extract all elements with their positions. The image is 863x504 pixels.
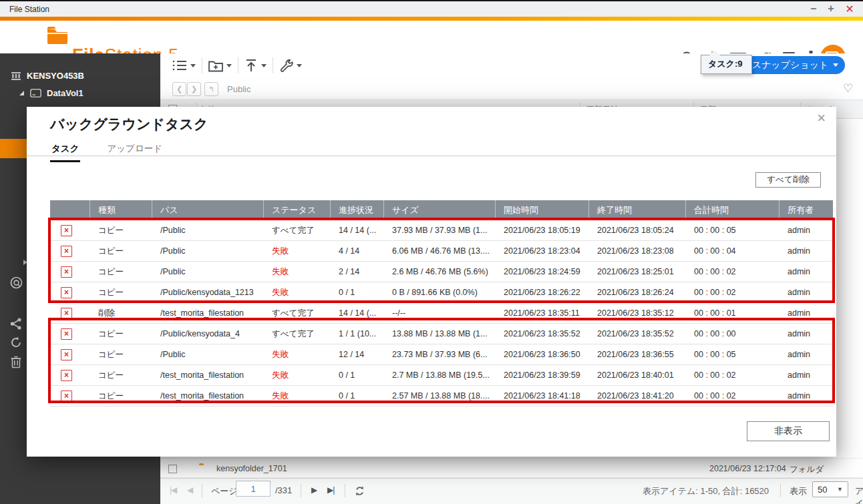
folder-logo-icon (47, 27, 68, 44)
task-size: --/-- (384, 303, 496, 323)
delete-task-button[interactable]: × (61, 349, 72, 360)
task-column-header[interactable]: 終了時間 (589, 200, 686, 220)
upload-button[interactable] (244, 57, 267, 73)
trash-icon[interactable] (10, 355, 22, 368)
task-start-time: 2021/06/23 18:23:04 (496, 241, 589, 261)
file-name[interactable]: kensyofolder_1701 (216, 464, 287, 473)
task-start-time: 2021/06/23 18:41:18 (496, 386, 589, 406)
close-window-button[interactable]: ✕ (842, 3, 858, 15)
task-total-time: 00 : 00 : 05 (686, 344, 780, 364)
first-page-button[interactable]: |◀ (170, 485, 176, 495)
task-type: コピー (90, 282, 152, 302)
task-column-header[interactable]: 合計時間 (686, 200, 780, 220)
task-status: 失敗 (264, 344, 331, 364)
chevron-down-icon (833, 63, 838, 69)
task-end-time: 2021/06/23 18:40:01 (589, 365, 686, 385)
window-titlebar: File Station – + ✕ (0, 0, 863, 17)
page-number-input[interactable] (236, 481, 271, 497)
sidebar-item-nas[interactable]: KENSYO453B (11, 71, 84, 81)
delete-task-button[interactable]: × (61, 391, 72, 402)
page-size-value: 50 (818, 485, 827, 495)
task-total-time: 00 : 00 : 02 (686, 386, 780, 406)
task-type: コピー (90, 220, 152, 240)
task-total-time: 00 : 00 : 04 (686, 241, 780, 261)
nav-forward-button[interactable]: ❯ (187, 82, 201, 96)
delete-all-button[interactable]: すべて削除 (755, 172, 821, 188)
task-row[interactable]: × コピー /Public すべて完了 14 / 14 (... 37.93 M… (50, 220, 833, 241)
minimize-button[interactable]: – (806, 3, 822, 15)
task-status: すべて完了 (264, 220, 331, 240)
maximize-button[interactable]: + (823, 3, 839, 15)
task-type: コピー (90, 365, 152, 385)
tab-tasks[interactable]: タスク (50, 140, 80, 162)
nav-up-button[interactable]: ↰ (204, 82, 218, 96)
task-column-header[interactable]: パス (152, 200, 264, 220)
task-row[interactable]: × コピー /Public/kensyodata_1213 失敗 0 / 1 0… (50, 282, 833, 303)
page-label: ページ (211, 485, 238, 497)
next-page-button[interactable]: ▶ (311, 485, 317, 495)
task-end-time: 2021/06/23 18:25:01 (589, 262, 686, 282)
sidebar-item-volume[interactable]: DataVol1 (19, 88, 83, 98)
delete-task-button[interactable]: × (61, 370, 72, 381)
task-column-header[interactable] (50, 200, 90, 220)
delete-task-button[interactable]: × (61, 225, 72, 236)
items-label: アイテム (855, 485, 863, 504)
task-size: 2.57 MB / 13.88 MB (18.... (384, 386, 496, 406)
task-column-header[interactable]: 進捗状況 (331, 200, 384, 220)
nav-back-button[interactable]: ❮ (172, 82, 186, 96)
table-row[interactable]: kensyofolder_1701 2021/06/23 12:17:04 フォ… (160, 459, 863, 478)
hide-button[interactable]: 非表示 (747, 421, 830, 441)
task-row[interactable]: × 削除 /test_morita_filestation すべて完了 14 /… (50, 303, 833, 324)
qsync-icon[interactable] (10, 276, 23, 289)
task-owner: admin (780, 282, 833, 302)
page-size-select[interactable]: 50 ▼ (812, 481, 848, 497)
task-total-time: 00 : 00 : 01 (686, 303, 780, 323)
task-row[interactable]: × コピー /Public 失敗 12 / 14 23.73 MB / 37.9… (50, 344, 833, 365)
dialog-close-icon[interactable]: × (817, 111, 826, 125)
tasks-table-header: 種類パスステータス進捗状況サイズ開始時間終了時間合計時間所有者 (50, 200, 833, 220)
task-column-header[interactable]: 所有者 (780, 200, 833, 220)
share-icon[interactable] (10, 318, 22, 330)
task-path: /Public (152, 262, 264, 282)
task-column-header[interactable]: 種類 (90, 200, 152, 220)
task-row[interactable]: × コピー /test_morita_filestation 失敗 0 / 1 … (50, 386, 833, 407)
task-total-time: 00 : 00 : 02 (686, 365, 780, 385)
task-type: コピー (90, 344, 152, 364)
view-mode-button[interactable] (172, 57, 196, 73)
favorite-heart-icon[interactable]: ♡ (843, 81, 853, 95)
task-progress: 0 / 1 (331, 365, 384, 385)
task-row[interactable]: × コピー /test_morita_filestation 失敗 0 / 1 … (50, 365, 833, 386)
task-row[interactable]: × コピー /Public 失敗 4 / 14 6.06 MB / 46.76 … (50, 241, 833, 262)
expander-icon[interactable] (19, 90, 25, 96)
task-row[interactable]: × コピー /Public/kensyodata_4 すべて完了 1 / 1 (… (50, 324, 833, 344)
task-path: /Public (152, 220, 264, 240)
breadcrumb[interactable]: Public (227, 84, 250, 94)
delete-task-button[interactable]: × (61, 266, 72, 278)
task-path: /test_morita_filestation (152, 303, 264, 323)
delete-task-button[interactable]: × (61, 308, 72, 319)
task-column-header[interactable]: サイズ (384, 200, 496, 220)
prev-page-button[interactable]: ◀ (187, 485, 192, 495)
task-row[interactable]: × コピー /Public 失敗 2 / 14 2.6 MB / 46.76 M… (50, 262, 833, 282)
task-type: コピー (90, 262, 152, 282)
delete-task-button[interactable]: × (61, 246, 72, 257)
row-checkbox[interactable] (168, 465, 177, 473)
last-page-button[interactable]: ▶| (327, 485, 334, 495)
delete-task-button[interactable]: × (61, 287, 72, 298)
refresh-list-icon[interactable] (354, 485, 365, 497)
task-progress: 2 / 14 (331, 262, 384, 282)
tab-upload[interactable]: アップロード (106, 140, 164, 162)
create-folder-button[interactable] (208, 57, 232, 73)
task-column-header[interactable]: 開始時間 (496, 200, 589, 220)
task-path: /test_morita_filestation (152, 386, 264, 406)
tools-button[interactable] (279, 57, 302, 73)
delete-task-button[interactable]: × (61, 328, 72, 340)
task-owner: admin (780, 344, 833, 364)
task-progress: 1 / 1 (10... (331, 324, 384, 344)
recycle-icon[interactable] (10, 336, 22, 348)
status-bar: |◀ ◀ ページ /331 ▶ ▶| 表示アイテム: 1-50, 合計: 165… (160, 478, 863, 504)
sidebar-item-nas-label: KENSYO453B (27, 71, 84, 81)
task-path: /Public (152, 241, 264, 261)
task-owner: admin (780, 241, 833, 261)
task-column-header[interactable]: ステータス (264, 200, 331, 220)
